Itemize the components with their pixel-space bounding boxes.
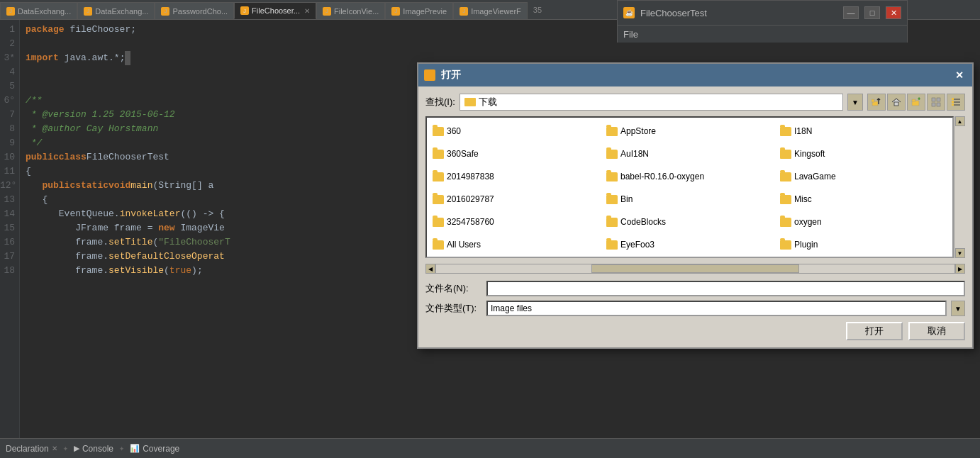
button-row: 打开 取消 bbox=[425, 322, 965, 340]
tab-filechooser[interactable]: J FileChooser... ✕ bbox=[234, 2, 316, 19]
cancel-button[interactable]: 取消 bbox=[908, 322, 965, 340]
file-menu-item[interactable]: File bbox=[623, 29, 638, 40]
toolbar-buttons: + bbox=[867, 94, 965, 111]
scroll-right-arrow[interactable]: ▶ bbox=[955, 264, 965, 274]
folder-icon-360 bbox=[433, 127, 444, 136]
svg-rect-2 bbox=[894, 102, 898, 106]
file-item-appstore[interactable]: AppStore bbox=[603, 121, 776, 142]
tab-imagepreview[interactable]: J ImagePrevie bbox=[385, 2, 453, 19]
toolbar-home-btn[interactable] bbox=[887, 94, 906, 111]
file-item-2016029787[interactable]: 2016029787 bbox=[430, 189, 602, 210]
svg-rect-1 bbox=[872, 99, 874, 102]
file-item-3254758760[interactable]: 3254758760 bbox=[430, 211, 602, 233]
svg-rect-6 bbox=[932, 98, 935, 101]
file-item-aui18n[interactable]: AuI18N bbox=[603, 143, 776, 164]
filetype-row: 文件类型(T): Image files ▼ bbox=[425, 301, 965, 316]
file-list-scrollbar[interactable]: ▲ ▼ bbox=[954, 116, 965, 258]
tab-label-2: DataExchang... bbox=[95, 7, 148, 16]
file-item-oxygen[interactable]: oxygen bbox=[777, 211, 950, 233]
java-icon-2: J bbox=[84, 7, 92, 16]
folder-icon-aui18n bbox=[606, 150, 618, 159]
file-item-label-aui18n: AuI18N bbox=[620, 149, 649, 159]
scroll-down-arrow[interactable]: ▼ bbox=[955, 248, 965, 258]
java-icon-7: J bbox=[460, 7, 468, 16]
toolbar-list-btn[interactable] bbox=[927, 94, 945, 111]
file-item-label-oxygen: oxygen bbox=[794, 217, 822, 227]
file-item-bin[interactable]: Bin bbox=[603, 189, 776, 210]
tab-label-6: ImagePrevie bbox=[403, 7, 447, 16]
tab-dataexchange-1[interactable]: J DataExchang... bbox=[0, 2, 77, 19]
look-in-dropdown-arrow[interactable]: ▼ bbox=[847, 94, 863, 111]
file-item-label-bin: Bin bbox=[620, 194, 633, 204]
status-tab-console[interactable]: ▶ Console bbox=[74, 444, 113, 454]
scroll-track[interactable] bbox=[954, 126, 965, 248]
tab-passwordcho[interactable]: J PasswordCho... bbox=[155, 2, 234, 19]
scroll-left-arrow[interactable]: ◀ bbox=[425, 264, 435, 274]
tab-count: 35 bbox=[528, 6, 547, 14]
file-item-360safe[interactable]: 360Safe bbox=[430, 143, 602, 164]
tab-label-5: FileIconVie... bbox=[334, 7, 379, 16]
bottom-scrollbar[interactable]: ◀ ▶ bbox=[425, 264, 965, 275]
file-item-lavagame[interactable]: LavaGame bbox=[777, 166, 950, 187]
folder-icon-lookin bbox=[464, 98, 476, 106]
svg-rect-15 bbox=[952, 104, 954, 106]
file-item-eyefoo3[interactable]: EyeFoo3 bbox=[603, 234, 776, 255]
status-tab-coverage[interactable]: 📊 Coverage bbox=[130, 444, 179, 454]
file-item-2014987838[interactable]: 2014987838 bbox=[430, 166, 602, 187]
file-item-label-misc: Misc bbox=[794, 194, 812, 204]
console-label: Console bbox=[82, 444, 113, 454]
filetype-combo[interactable]: Image files bbox=[486, 301, 947, 316]
java-icon-1: J bbox=[6, 7, 15, 16]
filechooser-title-icon: ☕ bbox=[623, 7, 635, 18]
status-bar: Declaration ✕ ✦ ▶ Console ✦ 📊 Coverage bbox=[0, 438, 980, 458]
file-item-i18n[interactable]: I18N bbox=[777, 121, 950, 142]
open-button[interactable]: 打开 bbox=[846, 322, 903, 340]
filename-input[interactable] bbox=[486, 281, 965, 296]
toolbar-up-btn[interactable] bbox=[867, 94, 886, 111]
file-item-babel[interactable]: babel-R0.16.0-oxygen bbox=[603, 166, 776, 187]
file-item-label-i18n: I18N bbox=[794, 126, 812, 136]
file-item-label-lavagame: LavaGame bbox=[794, 172, 836, 181]
look-in-combo[interactable]: 下载 bbox=[460, 94, 843, 111]
file-list[interactable]: 360 AppStore I18N 360Safe AuI18N bbox=[425, 116, 954, 258]
file-item-plugin[interactable]: Plugin bbox=[777, 234, 950, 255]
tab-imageviewerf[interactable]: J ImageViewerF bbox=[453, 2, 528, 19]
file-item-codeblocks[interactable]: CodeBlocks bbox=[603, 211, 776, 233]
maximize-button[interactable]: □ bbox=[864, 6, 880, 19]
tab-fileiconview[interactable]: J FileIconVie... bbox=[316, 2, 385, 19]
coverage-icon: 📊 bbox=[130, 444, 140, 453]
tab-label-1: DataExchang... bbox=[18, 7, 71, 16]
declaration-label: Declaration bbox=[6, 444, 49, 454]
tab-label-3: PasswordCho... bbox=[172, 7, 228, 16]
bottom-scroll-thumb[interactable] bbox=[591, 264, 798, 273]
toolbar-newfolder-btn[interactable]: + bbox=[907, 94, 925, 111]
minimize-button[interactable]: — bbox=[843, 6, 859, 19]
folder-icon-2016029787 bbox=[433, 195, 444, 204]
declaration-close[interactable]: ✕ bbox=[52, 445, 57, 452]
folder-icon-codeblocks bbox=[606, 218, 618, 227]
line-numbers: 1 2 3* 4 5 6° 7 8 9 10 11 12° 13 14 15 1… bbox=[0, 20, 20, 438]
file-item-label-eyefoo3: EyeFoo3 bbox=[620, 240, 655, 250]
folder-icon-bin bbox=[606, 195, 618, 204]
folder-icon-eyefoo3 bbox=[606, 240, 618, 250]
file-menu-bar[interactable]: File bbox=[617, 26, 908, 43]
tab-dataexchange-2[interactable]: J DataExchang... bbox=[77, 2, 155, 19]
file-item-360[interactable]: 360 bbox=[430, 121, 602, 142]
toolbar-details-btn[interactable] bbox=[947, 94, 965, 111]
filechooser-close-button[interactable]: ✕ bbox=[886, 6, 901, 19]
file-item-misc[interactable]: Misc bbox=[777, 189, 950, 210]
filetype-value: Image files bbox=[491, 303, 532, 313]
folder-icon-oxygen bbox=[780, 218, 791, 227]
look-in-value: 下载 bbox=[479, 96, 497, 108]
svg-text:+: + bbox=[918, 97, 920, 101]
svg-rect-14 bbox=[952, 101, 954, 103]
file-item-label-2016029787: 2016029787 bbox=[447, 194, 494, 204]
file-item-kingsoft[interactable]: Kingsoft bbox=[777, 143, 950, 164]
file-item-allusers[interactable]: All Users bbox=[430, 234, 602, 255]
scroll-up-arrow[interactable]: ▲ bbox=[955, 116, 965, 126]
dialog-close-button[interactable]: ✕ bbox=[952, 68, 967, 82]
tab-close-4[interactable]: ✕ bbox=[304, 7, 310, 15]
filetype-dropdown-arrow[interactable]: ▼ bbox=[951, 301, 965, 316]
bottom-scroll-track[interactable] bbox=[435, 264, 955, 274]
status-tab-declaration[interactable]: Declaration ✕ bbox=[6, 444, 57, 454]
